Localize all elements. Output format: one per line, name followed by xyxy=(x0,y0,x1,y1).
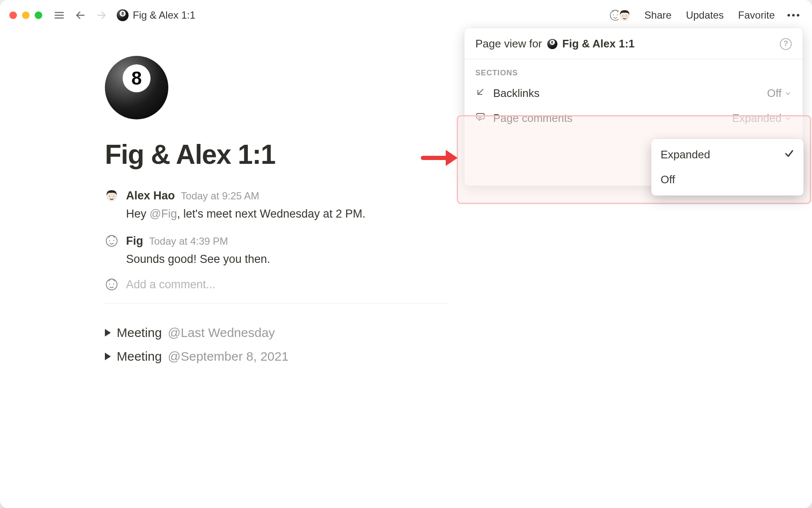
comment-icon xyxy=(475,112,486,125)
row-backlinks[interactable]: Backlinks Off xyxy=(464,81,803,106)
row-label: Page comments xyxy=(493,112,724,125)
avatar-alex xyxy=(105,189,118,202)
backlinks-icon xyxy=(475,87,486,100)
add-comment-placeholder: Add a comment... xyxy=(126,278,216,291)
avatar-fig xyxy=(105,278,118,291)
toggle-item[interactable]: Meeting @Last Wednesday xyxy=(105,326,448,340)
eightball-icon xyxy=(117,9,129,21)
toggle-triangle-icon xyxy=(105,329,111,337)
comment-author: Alex Hao xyxy=(126,187,175,204)
comment: Alex Hao Today at 9:25 AM Hey @Fig, let'… xyxy=(105,187,448,222)
window-controls xyxy=(9,11,42,19)
toggle-label: Meeting xyxy=(117,326,162,340)
menu-icon[interactable] xyxy=(51,7,68,24)
more-menu-button[interactable] xyxy=(784,11,803,19)
eightball-icon xyxy=(547,39,557,49)
add-comment-row[interactable]: Add a comment... xyxy=(105,278,448,291)
minimize-window-button[interactable] xyxy=(22,11,30,19)
panel-section-label: SECTIONS xyxy=(464,59,803,81)
toggle-item[interactable]: Meeting @September 8, 2021 xyxy=(105,349,448,364)
chevron-down-icon xyxy=(784,90,792,97)
svg-marker-15 xyxy=(446,150,458,166)
check-icon xyxy=(784,148,794,161)
comment-author: Fig xyxy=(126,232,143,250)
tutorial-arrow-icon xyxy=(420,147,458,170)
favorite-button[interactable]: Favorite xyxy=(733,7,780,24)
svg-point-9 xyxy=(106,279,117,290)
comment-text: Sounds good! See you then. xyxy=(126,251,270,268)
panel-header: Page view for Fig & Alex 1:1 ? xyxy=(464,28,803,59)
page-icon-eightball[interactable] xyxy=(105,56,168,119)
share-button[interactable]: Share xyxy=(639,7,677,24)
row-page-comments[interactable]: Page comments Expanded xyxy=(464,106,803,131)
page-content: Fig & Alex 1:1 Alex Hao Today at 9:25 AM… xyxy=(0,30,448,364)
panel-lead: Page view for xyxy=(475,37,542,50)
mention[interactable]: @Fig xyxy=(150,207,177,220)
panel-page-name: Fig & Alex 1:1 xyxy=(562,37,635,50)
close-window-button[interactable] xyxy=(9,11,17,19)
toggle-date: @September 8, 2021 xyxy=(168,349,289,364)
avatar-fig xyxy=(105,234,118,248)
svg-point-8 xyxy=(106,235,117,246)
comment: Fig Today at 4:39 PM Sounds good! See yo… xyxy=(105,232,448,268)
chevron-down-icon xyxy=(784,115,792,122)
divider xyxy=(105,303,448,304)
maximize-window-button[interactable] xyxy=(35,11,42,19)
comment-time: Today at 9:25 AM xyxy=(181,188,259,204)
forward-button xyxy=(93,7,110,24)
option-label: Off xyxy=(661,173,675,186)
submenu-option-expanded[interactable]: Expanded xyxy=(651,142,804,167)
breadcrumb-title: Fig & Alex 1:1 xyxy=(133,9,195,21)
submenu-option-off[interactable]: Off xyxy=(651,167,804,192)
topbar: Fig & Alex 1:1 Share Updates Favorite xyxy=(0,0,812,30)
app-window: Fig & Alex 1:1 Share Updates Favorite Fi… xyxy=(0,0,812,508)
back-button[interactable] xyxy=(72,7,89,24)
updates-button[interactable]: Updates xyxy=(681,7,729,24)
comment-text: Hey @Fig, let's meet next Wednesday at 2… xyxy=(126,205,365,223)
option-label: Expanded xyxy=(661,148,710,161)
row-value: Off xyxy=(767,87,792,100)
avatar-alex xyxy=(617,8,632,22)
svg-line-10 xyxy=(478,89,483,94)
breadcrumb[interactable]: Fig & Alex 1:1 xyxy=(117,9,195,21)
page-title[interactable]: Fig & Alex 1:1 xyxy=(105,139,448,170)
toggle-date: @Last Wednesday xyxy=(168,326,275,340)
toggle-triangle-icon xyxy=(105,353,111,360)
presence-avatars[interactable] xyxy=(608,8,632,22)
page-comments-submenu: Expanded Off xyxy=(651,139,804,196)
svg-rect-11 xyxy=(477,113,484,119)
row-label: Backlinks xyxy=(493,87,760,100)
comment-time: Today at 4:39 PM xyxy=(149,234,228,249)
row-value: Expanded xyxy=(732,112,792,125)
help-icon[interactable]: ? xyxy=(780,38,792,50)
toggle-label: Meeting xyxy=(117,349,162,364)
